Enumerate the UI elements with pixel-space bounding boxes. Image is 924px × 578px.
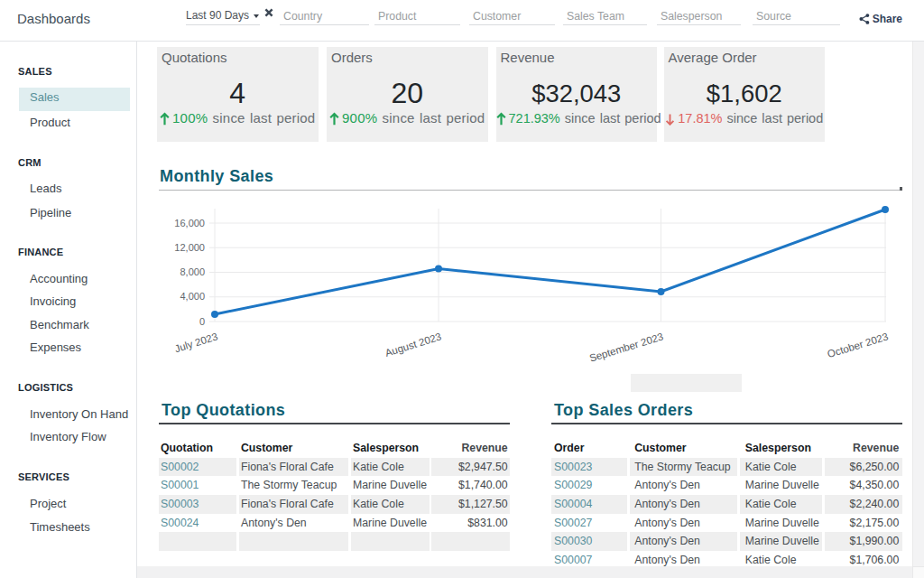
svg-text:July 2023: July 2023 [173, 331, 219, 354]
svg-text:October 2023: October 2023 [826, 331, 889, 359]
svg-text:August 2023: August 2023 [383, 331, 442, 358]
svg-text:8,000: 8,000 [180, 266, 205, 277]
svg-text:0: 0 [199, 316, 205, 327]
svg-text:12,000: 12,000 [174, 242, 205, 253]
svg-text:September 2023: September 2023 [588, 331, 665, 363]
svg-text:4,000: 4,000 [180, 291, 205, 302]
svg-text:16,000: 16,000 [174, 218, 205, 228]
